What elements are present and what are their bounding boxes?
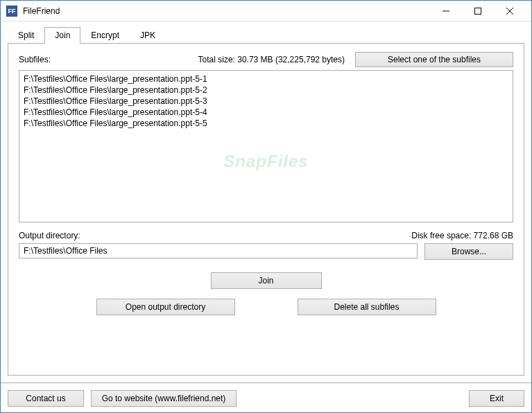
go-to-website-button[interactable]: Go to website (www.filefriend.net): [91, 390, 237, 407]
maximize-button[interactable]: [462, 1, 494, 21]
join-row: Join: [19, 272, 513, 289]
disk-free-space-label: Disk free space: 772.68 GB: [411, 231, 513, 240]
window-controls: [430, 1, 526, 21]
list-item[interactable]: F:\Testfiles\Office Files\large_presenta…: [24, 118, 508, 129]
tab-split[interactable]: Split: [8, 27, 44, 43]
close-button[interactable]: [494, 1, 526, 21]
list-item[interactable]: F:\Testfiles\Office Files\large_presenta…: [24, 73, 508, 85]
output-header: Output directory: Disk free space: 772.6…: [19, 231, 513, 240]
tab-join[interactable]: Join: [44, 27, 80, 44]
list-item[interactable]: F:\Testfiles\Office Files\large_presenta…: [24, 96, 508, 107]
contact-us-button[interactable]: Contact us: [8, 390, 84, 407]
subfiles-list[interactable]: F:\Testfiles\Office Files\large_presenta…: [19, 70, 513, 222]
tab-panel-join: Subfiles: Total size: 30.73 MB (32,225,7…: [8, 44, 524, 376]
output-directory-input[interactable]: [19, 243, 418, 258]
delete-all-subfiles-button[interactable]: Delete all subfiles: [298, 299, 436, 315]
select-subfile-button[interactable]: Select one of the subfiles: [355, 52, 513, 67]
watermark-text: SnapFiles: [223, 152, 308, 171]
list-item[interactable]: F:\Testfiles\Office Files\large_presenta…: [24, 85, 508, 96]
output-row: Browse...: [19, 243, 513, 260]
browse-button[interactable]: Browse...: [424, 243, 513, 260]
svg-rect-1: [475, 8, 481, 14]
tab-encrypt[interactable]: Encrypt: [80, 27, 130, 43]
minimize-button[interactable]: [430, 1, 462, 21]
footer: Contact us Go to website (www.filefriend…: [1, 383, 531, 412]
tab-strip: Split Join Encrypt JPK: [8, 27, 524, 44]
subfiles-header: Subfiles: Total size: 30.73 MB (32,225,7…: [19, 52, 513, 67]
list-item[interactable]: F:\Testfiles\Office Files\large_presenta…: [24, 107, 508, 118]
exit-button[interactable]: Exit: [469, 390, 524, 407]
output-directory-label: Output directory:: [19, 231, 80, 240]
app-icon: FF: [6, 6, 17, 17]
join-button[interactable]: Join: [211, 272, 322, 289]
titlebar: FF FileFriend: [1, 1, 531, 21]
subfiles-label: Subfiles:: [19, 55, 51, 64]
secondary-actions-row: Open output directory Delete all subfile…: [19, 299, 513, 315]
tab-jpk[interactable]: JPK: [130, 27, 166, 43]
content-area: Split Join Encrypt JPK Subfiles: Total s…: [1, 21, 531, 383]
main-window: FF FileFriend Split Join Encrypt JPK Sub…: [0, 0, 532, 413]
total-size-label: Total size: 30.73 MB (32,225,792 bytes): [198, 55, 345, 64]
window-title: FileFriend: [23, 6, 430, 16]
open-output-directory-button[interactable]: Open output directory: [96, 299, 235, 315]
